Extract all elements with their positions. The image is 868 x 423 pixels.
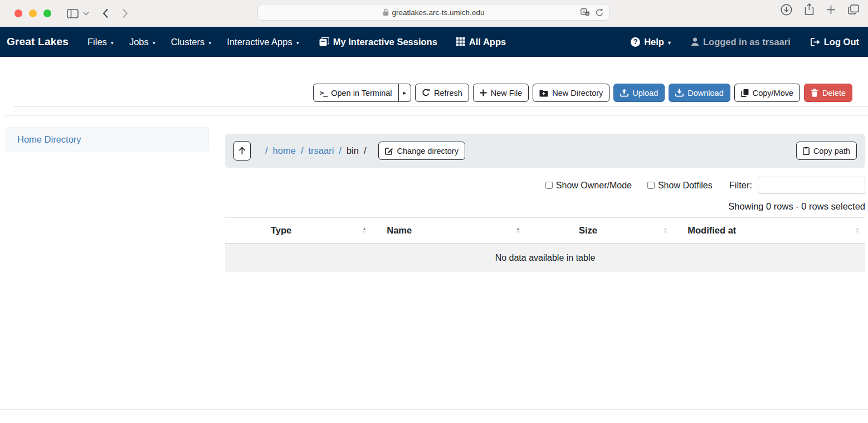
caret-down-icon: ▾ — [111, 40, 114, 46]
minimize-window-button[interactable] — [29, 9, 37, 17]
user-icon — [691, 37, 699, 46]
clipboard-icon — [803, 147, 810, 155]
caret-down-icon: ▾ — [296, 40, 299, 46]
sort-icon: ▲▼ — [516, 227, 520, 234]
show-owner-mode-checkbox[interactable]: Show Owner/Mode — [545, 181, 632, 191]
terminal-icon: >_ — [320, 89, 328, 97]
filter-input[interactable] — [758, 177, 865, 194]
change-directory-button[interactable]: Change directory — [378, 142, 465, 160]
nav-files-menu[interactable]: Files ▾ — [80, 37, 121, 47]
url-text: greatlakes.arc-ts.umich.edu — [392, 8, 485, 17]
nav-all-apps[interactable]: All Apps — [445, 37, 514, 47]
footer-divider — [0, 409, 868, 410]
address-bar[interactable]: greatlakes.arc-ts.umich.edu Aa — [257, 4, 609, 21]
browser-chrome: greatlakes.arc-ts.umich.edu Aa — [0, 0, 868, 27]
chevron-down-icon[interactable] — [83, 12, 89, 16]
column-header-name[interactable]: Name ▲▼ — [372, 218, 526, 244]
show-dotfiles-checkbox[interactable]: Show Dotfiles — [647, 181, 713, 191]
new-file-button[interactable]: New File — [473, 84, 529, 102]
favorites-sidebar: Home Directory — [6, 127, 209, 152]
downloads-icon[interactable] — [781, 4, 792, 16]
sort-icon: ▲▼ — [855, 227, 860, 234]
nav-interactive-apps-menu[interactable]: Interactive Apps ▾ — [219, 37, 306, 47]
log-out-button[interactable]: Log Out — [798, 37, 861, 47]
file-actions-toolbar: >_ Open in Terminal ▸ Refresh New File N… — [0, 84, 852, 102]
breadcrumb-separator: / — [301, 145, 304, 156]
share-icon[interactable] — [804, 3, 814, 16]
refresh-button[interactable]: Refresh — [415, 84, 469, 102]
app-navbar: Great Lakes Files ▾ Jobs ▾ Clusters ▾ In… — [0, 27, 868, 57]
sidebar-item-home-directory[interactable]: Home Directory — [6, 127, 209, 152]
copy-move-button[interactable]: Copy/Move — [734, 84, 800, 102]
column-header-modified-at[interactable]: Modified at ▲▼ — [673, 218, 865, 244]
brand-great-lakes[interactable]: Great Lakes — [7, 36, 69, 48]
empty-table-message: No data available in table — [225, 244, 865, 272]
sort-icon: ▲▼ — [362, 227, 367, 234]
column-header-type[interactable]: Type ▲▼ — [225, 218, 372, 244]
sidebar-toggle-icon[interactable] — [67, 9, 79, 18]
window-controls — [14, 9, 51, 17]
breadcrumb-separator: / — [364, 145, 367, 156]
open-in-terminal-dropdown[interactable]: ▸ — [399, 84, 412, 102]
rows-status: Showing 0 rows - 0 rows selected — [225, 201, 865, 212]
open-in-terminal-group: >_ Open in Terminal ▸ — [313, 84, 412, 102]
caret-down-icon: ▾ — [668, 40, 671, 46]
breadcrumb-current-dir: bin — [347, 145, 359, 156]
nav-clusters-menu[interactable]: Clusters ▾ — [163, 37, 220, 47]
arrow-up-icon — [238, 147, 246, 155]
toolbar-divider — [14, 106, 868, 107]
home-directory-link[interactable]: Home Directory — [17, 134, 81, 144]
trash-icon — [811, 89, 818, 97]
help-icon: ? — [631, 37, 640, 47]
copy-path-button[interactable]: Copy path — [796, 142, 857, 160]
forward-button[interactable] — [122, 8, 128, 18]
caret-down-icon: ▾ — [208, 40, 211, 46]
zoom-window-button[interactable] — [43, 9, 51, 17]
tab-overview-icon[interactable] — [848, 4, 859, 14]
folder-plus-icon — [539, 89, 548, 97]
copy-icon — [741, 89, 749, 97]
files-table: Type ▲▼ Name ▲▼ Size ▲▼ Modified at ▲▼ — [225, 217, 865, 272]
lock-icon — [383, 8, 389, 16]
file-browser-panel: / home / trsaari / bin / Change director… — [225, 134, 865, 272]
breadcrumb-home-link[interactable]: home — [273, 145, 296, 156]
breadcrumb-user-link[interactable]: trsaari — [308, 145, 334, 156]
nav-jobs-menu[interactable]: Jobs ▾ — [121, 37, 163, 47]
svg-text:A: A — [582, 9, 586, 14]
show-owner-mode-input[interactable] — [545, 182, 553, 189]
open-in-terminal-button[interactable]: >_ Open in Terminal — [313, 84, 399, 102]
sort-icon: ▲▼ — [663, 227, 667, 234]
logged-in-status: Logged in as trsaari — [679, 37, 798, 47]
new-directory-button[interactable]: New Directory — [533, 84, 609, 102]
parent-directory-button[interactable] — [233, 141, 251, 161]
close-window-button[interactable] — [14, 9, 22, 17]
translate-icon[interactable]: Aa — [581, 8, 590, 16]
download-button[interactable]: Download — [669, 84, 730, 102]
table-options-row: Show Owner/Mode Show Dotfiles Filter: — [225, 177, 865, 194]
show-dotfiles-input[interactable] — [647, 182, 655, 189]
refresh-icon — [422, 89, 430, 97]
download-icon — [675, 89, 684, 97]
new-tab-icon[interactable] — [826, 5, 836, 14]
filter-label: Filter: — [729, 180, 752, 191]
column-header-size[interactable]: Size ▲▼ — [526, 218, 673, 244]
plus-icon — [480, 89, 487, 96]
delete-button[interactable]: Delete — [804, 84, 852, 102]
nav-my-interactive-sessions[interactable]: My Interactive Sessions — [307, 37, 445, 47]
log-out-icon — [811, 38, 820, 46]
breadcrumb-root-link[interactable]: / — [265, 145, 268, 156]
breadcrumb: / home / trsaari / bin / — [265, 145, 367, 156]
path-bar: / home / trsaari / bin / Change director… — [225, 134, 865, 168]
breadcrumb-separator: / — [339, 145, 342, 156]
upload-icon — [620, 89, 628, 97]
grid-icon — [456, 37, 465, 46]
nav-help-menu[interactable]: ? Help ▾ — [623, 37, 679, 47]
empty-table-row: No data available in table — [225, 244, 865, 272]
edit-icon — [385, 147, 393, 155]
caret-down-icon: ▾ — [153, 40, 155, 46]
sessions-window-icon — [319, 37, 329, 46]
back-button[interactable] — [103, 8, 109, 18]
reload-icon[interactable] — [596, 8, 603, 17]
upload-button[interactable]: Upload — [613, 84, 665, 102]
svg-text:a: a — [586, 12, 588, 16]
